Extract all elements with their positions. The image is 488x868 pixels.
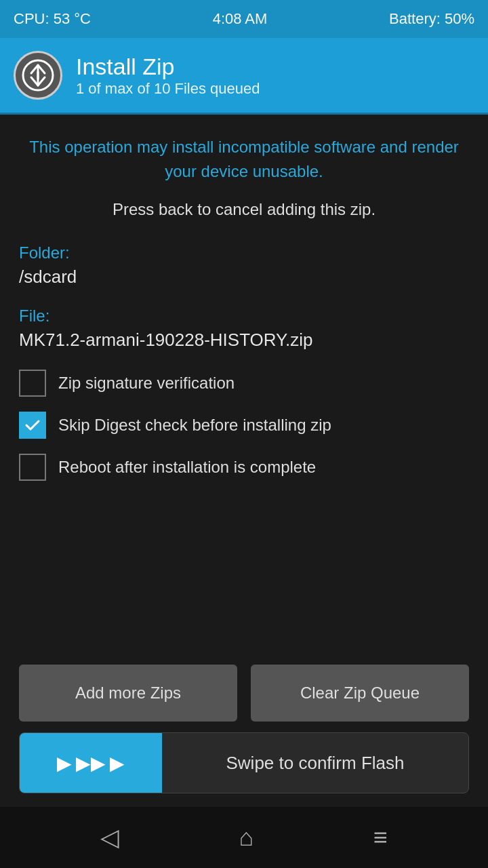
checkbox-zip-signature[interactable]: Zip signature verification <box>19 370 469 397</box>
menu-nav-icon[interactable]: ≡ <box>373 823 388 852</box>
status-bar: CPU: 53 °C 4:08 AM Battery: 50% <box>0 0 488 38</box>
arrow-icon-3: ▶ <box>110 752 125 774</box>
file-label: File: <box>19 307 469 326</box>
header: Install Zip 1 of max of 10 Files queued <box>0 38 488 113</box>
clear-zip-queue-button[interactable]: Clear Zip Queue <box>251 665 469 722</box>
press-back-text: Press back to cancel adding this zip. <box>19 200 469 219</box>
swipe-bar[interactable]: ▶ ▶▶ ▶ Swipe to confirm Flash <box>19 732 469 793</box>
swipe-label: Swipe to confirm Flash <box>162 753 468 774</box>
nav-bar: ◁ ⌂ ≡ <box>0 807 488 868</box>
back-nav-icon[interactable]: ◁ <box>100 823 119 852</box>
folder-label: Folder: <box>19 243 469 262</box>
arrow-icon-2: ▶▶ <box>76 752 106 774</box>
header-subtitle: 1 of max of 10 Files queued <box>76 80 260 98</box>
checkbox-zip-signature-label: Zip signature verification <box>58 374 235 393</box>
checkbox-zip-signature-box[interactable] <box>19 370 46 397</box>
header-text: Install Zip 1 of max of 10 Files queued <box>76 54 260 98</box>
checkbox-skip-digest-box[interactable] <box>19 412 46 439</box>
arrow-icon-1: ▶ <box>57 752 72 774</box>
checkbox-skip-digest[interactable]: Skip Digest check before installing zip <box>19 412 469 439</box>
checkbox-reboot[interactable]: Reboot after installation is complete <box>19 454 469 481</box>
battery-status: Battery: 50% <box>389 10 474 28</box>
home-nav-icon[interactable]: ⌂ <box>239 823 254 852</box>
file-value: MK71.2-armani-190228-HISTORY.zip <box>19 330 469 351</box>
warning-text: This operation may install incompatible … <box>19 135 469 184</box>
app-icon <box>14 51 62 100</box>
checkbox-skip-digest-label: Skip Digest check before installing zip <box>58 416 331 435</box>
checkbox-reboot-label: Reboot after installation is complete <box>58 458 316 477</box>
header-title: Install Zip <box>76 54 260 80</box>
buttons-area: Add more Zips Clear Zip Queue <box>0 665 488 722</box>
swipe-handle[interactable]: ▶ ▶▶ ▶ <box>20 733 162 793</box>
folder-value: /sdcard <box>19 267 469 288</box>
cpu-status: CPU: 53 °C <box>14 10 91 28</box>
checkbox-reboot-box[interactable] <box>19 454 46 481</box>
add-more-zips-button[interactable]: Add more Zips <box>19 665 237 722</box>
time-status: 4:08 AM <box>213 10 268 28</box>
main-content: This operation may install incompatible … <box>0 115 488 665</box>
